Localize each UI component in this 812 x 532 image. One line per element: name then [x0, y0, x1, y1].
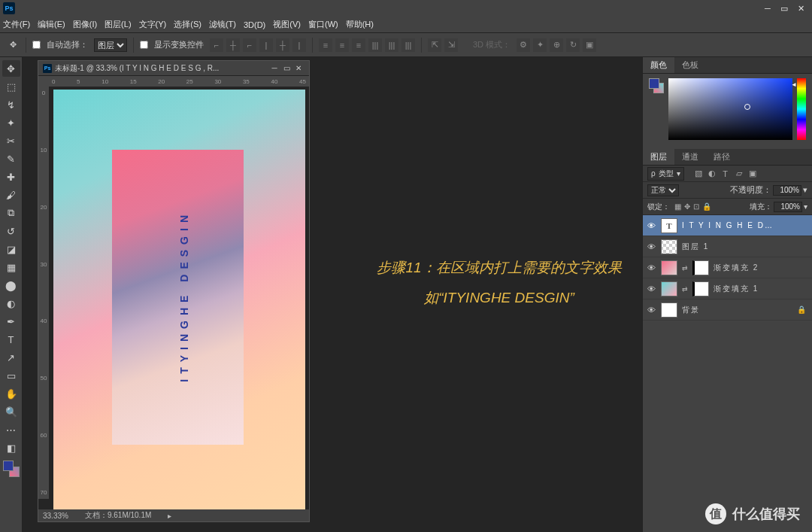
menu-type[interactable]: 文字(Y) [139, 19, 167, 30]
align-left-icon[interactable]: | [259, 38, 273, 52]
arrange-2-icon[interactable]: ⇲ [444, 38, 458, 52]
align-bottom-icon[interactable]: ⌐ [243, 38, 256, 52]
visibility-icon[interactable]: 👁 [646, 242, 656, 251]
link-icon[interactable]: ⇄ [682, 285, 688, 293]
color-swatches[interactable] [3, 461, 20, 477]
arrange-1-icon[interactable]: ⇱ [428, 38, 441, 52]
healing-tool[interactable]: ✚ [2, 169, 20, 185]
dist-4-icon[interactable]: ||| [368, 38, 382, 52]
brush-tool[interactable]: 🖌 [2, 187, 20, 203]
align-right-icon[interactable]: | [292, 38, 306, 52]
document-tab[interactable]: Ps 未标题-1 @ 33.3% (I T Y I N G H E D E S … [38, 61, 309, 76]
layer-name[interactable]: I T Y I N G H E D… [682, 221, 809, 230]
layer-row-layer1[interactable]: 👁 图层 1 [643, 236, 812, 257]
lock-artboard-icon[interactable]: ⊡ [693, 202, 699, 211]
document-window[interactable]: Ps 未标题-1 @ 33.3% (I T Y I N G H E D E S … [38, 60, 310, 522]
path-select-tool[interactable]: ↗ [2, 349, 20, 366]
layer-row-gradient2[interactable]: 👁 ⇄ 渐变填充 2 [643, 257, 812, 278]
filter-pixel-icon[interactable]: ▧ [693, 169, 704, 179]
blur-tool[interactable]: ⬤ [2, 277, 20, 293]
menu-file[interactable]: 文件(F) [3, 19, 30, 30]
roll-icon[interactable]: ↻ [566, 38, 580, 52]
eraser-tool[interactable]: ◪ [2, 241, 20, 257]
lasso-tool[interactable]: ↯ [2, 96, 20, 113]
fg-swatch[interactable] [3, 461, 14, 471]
dist-3-icon[interactable]: ≡ [352, 38, 365, 52]
dist-5-icon[interactable]: ||| [385, 38, 398, 52]
auto-select-dropdown[interactable]: 图层 [94, 38, 127, 52]
tab-swatches[interactable]: 色板 [674, 57, 706, 73]
menu-view[interactable]: 视图(V) [273, 19, 301, 30]
move-tool[interactable]: ✥ [2, 60, 20, 77]
shape-tool[interactable]: ▭ [2, 367, 20, 384]
align-top-icon[interactable]: ⌐ [210, 38, 223, 52]
close-button[interactable]: ✕ [792, 0, 809, 17]
quick-mask-tool[interactable]: ◧ [2, 439, 20, 456]
lock-pixels-icon[interactable]: ▦ [674, 202, 681, 211]
layer-row-text[interactable]: 👁 T I T Y I N G H E D… [643, 215, 812, 236]
marquee-tool[interactable]: ⬚ [2, 78, 20, 95]
artboard[interactable]: ITYINGHE DESGIN [53, 90, 305, 509]
zoom-icon[interactable]: ⊕ [550, 38, 563, 52]
color-field-arrow-icon[interactable]: ◄ [791, 81, 797, 88]
lock-position-icon[interactable]: ✥ [684, 202, 690, 211]
tab-paths[interactable]: 路径 [706, 149, 738, 165]
status-arrow-icon[interactable]: ▸ [168, 512, 171, 520]
clone-stamp-tool[interactable]: ⧉ [2, 205, 20, 221]
menu-select[interactable]: 选择(S) [174, 19, 201, 30]
ruler-horizontal[interactable]: 051015202530354045 [49, 76, 309, 87]
doc-minimize-button[interactable]: ─ [268, 62, 280, 74]
layer-name[interactable]: 渐变填充 1 [714, 284, 809, 294]
layer-name[interactable]: 渐变填充 2 [714, 263, 809, 273]
align-vcenter-icon[interactable]: ┼ [226, 38, 240, 52]
filter-adjust-icon[interactable]: ◐ [707, 169, 717, 179]
lock-all-icon[interactable]: 🔒 [702, 202, 711, 211]
history-brush-tool[interactable]: ↺ [2, 223, 20, 239]
camera-icon[interactable]: ▣ [583, 38, 596, 52]
blend-mode-dropdown[interactable]: 正常 [647, 184, 679, 196]
visibility-icon[interactable]: 👁 [646, 221, 656, 230]
zoom-level[interactable]: 33.33% [43, 512, 68, 520]
doc-maximize-button[interactable]: ▭ [280, 62, 292, 74]
orbit-icon[interactable]: ⚙ [517, 38, 530, 52]
ruler-vertical[interactable]: 010203040506070 [38, 87, 49, 499]
filter-shape-icon[interactable]: ▱ [734, 169, 744, 179]
layer-row-gradient1[interactable]: 👁 ⇄ 渐变填充 1 [643, 278, 812, 299]
doc-size[interactable]: 文档：9.61M/10.1M [85, 510, 151, 521]
dist-2-icon[interactable]: ≡ [335, 38, 349, 52]
edit-toolbar[interactable]: ⋯ [2, 421, 20, 438]
layer-name[interactable]: 背景 [682, 305, 792, 315]
layer-row-background[interactable]: 👁 背景 🔒 [643, 299, 812, 321]
link-icon[interactable]: ⇄ [682, 264, 688, 272]
opacity-input[interactable] [773, 185, 801, 196]
color-picker-ring[interactable] [744, 104, 750, 110]
menu-edit[interactable]: 编辑(E) [38, 19, 65, 30]
dist-1-icon[interactable]: ≡ [319, 38, 332, 52]
auto-select-checkbox[interactable] [32, 41, 41, 49]
fill-dropdown-icon[interactable]: ▾ [804, 202, 807, 211]
type-tool[interactable]: T [2, 331, 20, 348]
fill-input[interactable] [774, 202, 802, 212]
menu-image[interactable]: 图像(I) [73, 19, 97, 30]
menu-filter[interactable]: 滤镜(T) [209, 19, 236, 30]
tab-layers[interactable]: 图层 [643, 149, 674, 165]
canvas-area[interactable]: 051015202530354045 010203040506070 ITYIN… [38, 76, 309, 509]
menu-3d[interactable]: 3D(D) [244, 20, 265, 29]
maximize-button[interactable]: ▭ [776, 0, 792, 17]
color-field[interactable]: ◄ [668, 78, 792, 140]
minimize-button[interactable]: ─ [759, 0, 776, 17]
menu-window[interactable]: 窗口(W) [308, 19, 338, 30]
eyedropper-tool[interactable]: ✎ [2, 150, 20, 167]
artwork-text[interactable]: ITYINGHE DESGIN [178, 210, 190, 382]
zoom-tool[interactable]: 🔍 [2, 403, 20, 420]
tab-color[interactable]: 颜色 [643, 57, 674, 73]
menu-layer[interactable]: 图层(L) [105, 19, 131, 30]
hand-tool[interactable]: ✋ [2, 385, 20, 402]
dodge-tool[interactable]: ◐ [2, 295, 20, 312]
show-transform-checkbox[interactable] [140, 41, 148, 49]
pan-icon[interactable]: ✦ [533, 38, 547, 52]
doc-close-button[interactable]: ✕ [292, 62, 304, 74]
crop-tool[interactable]: ✂ [2, 132, 20, 149]
filter-type-icon[interactable]: T [720, 169, 731, 179]
opacity-dropdown-icon[interactable]: ▾ [803, 185, 807, 195]
